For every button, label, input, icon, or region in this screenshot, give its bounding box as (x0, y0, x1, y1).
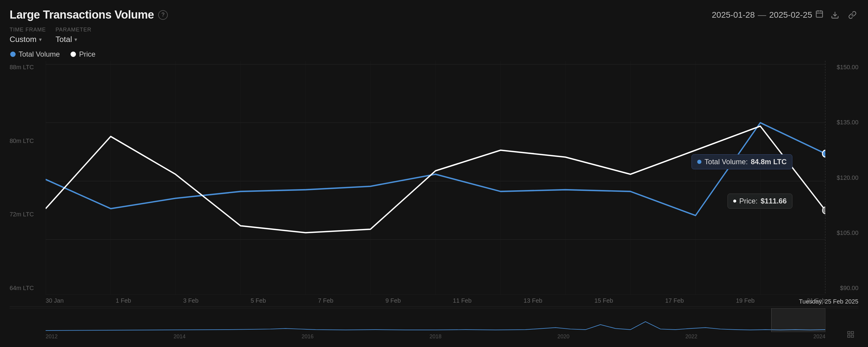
tooltip-total-label: Total Volume: (705, 158, 748, 166)
tooltip-total-dot (697, 160, 702, 164)
svg-point-23 (823, 150, 826, 157)
time-frame-value: Custom (10, 35, 37, 44)
legend-dot-blue (10, 51, 16, 57)
y-label-64: 64m LTC (10, 285, 45, 291)
parameter-dropdown[interactable]: Total ▾ (56, 34, 92, 45)
parameter-label: PARAMETER (56, 27, 92, 33)
legend-total-volume: Total Volume (10, 50, 60, 59)
time-frame-chevron-icon: ▾ (39, 36, 42, 43)
main-chart-svg (45, 61, 826, 294)
date-end: 2025-02-25 (769, 10, 812, 20)
controls: TIME FRAME Custom ▾ PARAMETER Total ▾ (10, 27, 858, 45)
time-frame-dropdown[interactable]: Custom ▾ (10, 34, 46, 45)
legend-price-label: Price (79, 50, 95, 59)
y-label-90: $90.00 (826, 285, 858, 291)
svg-rect-27 (771, 308, 826, 332)
header-right: 2025-01-28 — 2025-02-25 (712, 9, 858, 21)
date-dash: — (758, 10, 766, 20)
info-icon[interactable]: ? (158, 10, 168, 20)
y-label-88: 88m LTC (10, 64, 45, 71)
x-label-11feb: 11 Feb (453, 297, 471, 304)
y-label-150: $150.00 (826, 64, 858, 71)
y-axis-right: $150.00 $135.00 $120.00 $105.00 $90.00 (826, 61, 858, 294)
parameter-chevron-icon: ▾ (74, 36, 77, 43)
tooltip-total-volume: Total Volume: 84.8m LTC (691, 154, 793, 169)
y-label-80: 80m LTC (10, 138, 45, 144)
y-label-120: $120.00 (826, 174, 858, 181)
chart-area: 88m LTC 80m LTC 72m LTC 64m LTC $150.00 … (10, 61, 858, 341)
parameter-control: PARAMETER Total ▾ (56, 27, 92, 45)
page-container: Large Transactions Volume ? 2025-01-28 —… (0, 0, 868, 347)
tooltip-total-value: 84.8m LTC (751, 158, 787, 166)
tooltip-price-value: $111.66 (761, 197, 787, 205)
mini-chart-svg-container (45, 308, 826, 332)
date-range: 2025-01-28 — 2025-02-25 (712, 9, 824, 20)
download-button[interactable] (829, 9, 841, 21)
mini-chart[interactable]: 2012 2014 2016 2018 2020 2022 2024 (10, 308, 858, 341)
y-label-135: $135.00 (826, 119, 858, 126)
svg-rect-29 (851, 332, 854, 334)
time-frame-label: TIME FRAME (10, 27, 46, 33)
legend-dot-white (70, 51, 76, 57)
calendar-icon[interactable] (815, 9, 824, 20)
header-left: Large Transactions Volume ? (10, 8, 168, 21)
tooltip-price: Price: $111.66 (727, 194, 793, 209)
mini-x-2014: 2014 (174, 334, 185, 340)
tooltip-price-label: Price: (739, 197, 757, 205)
svg-rect-30 (847, 335, 850, 338)
y-axis-left: 88m LTC 80m LTC 72m LTC 64m LTC (10, 61, 45, 294)
svg-rect-31 (851, 335, 854, 338)
header: Large Transactions Volume ? 2025-01-28 —… (10, 8, 858, 21)
mini-x-2018: 2018 (430, 334, 441, 340)
x-label-1feb: 1 Feb (116, 297, 131, 304)
tooltip-price-dot (733, 200, 736, 203)
time-frame-control: TIME FRAME Custom ▾ (10, 27, 46, 45)
legend: Total Volume Price (10, 50, 858, 59)
x-label-5feb: 5 Feb (251, 297, 266, 304)
legend-price: Price (70, 50, 95, 59)
svg-rect-28 (847, 332, 850, 334)
mini-chart-svg (45, 308, 826, 332)
legend-total-label: Total Volume (19, 50, 60, 59)
parameter-value: Total (56, 35, 72, 44)
main-chart[interactable]: 88m LTC 80m LTC 72m LTC 64m LTC $150.00 … (10, 61, 858, 307)
y-label-105: $105.00 (826, 230, 858, 236)
page-title: Large Transactions Volume (10, 8, 154, 21)
link-button[interactable] (846, 9, 858, 21)
mini-chart-icon[interactable] (846, 329, 856, 339)
x-label-7feb: 7 Feb (318, 297, 334, 304)
x-label-13feb: 13 Feb (524, 297, 542, 304)
x-label-30jan: 30 Jan (45, 297, 64, 304)
mini-x-2016: 2016 (302, 334, 314, 340)
date-start: 2025-01-28 (712, 10, 755, 20)
x-label-9feb: 9 Feb (385, 297, 401, 304)
mini-x-axis: 2012 2014 2016 2018 2020 2022 2024 (45, 332, 826, 341)
x-label-17feb: 17 Feb (665, 297, 684, 304)
mini-x-2020: 2020 (557, 334, 569, 340)
mini-x-2022: 2022 (685, 334, 698, 340)
x-label-19feb: 19 Feb (736, 297, 754, 304)
main-chart-svg-container (45, 61, 826, 294)
mini-x-2024: 2024 (813, 334, 826, 340)
y-label-72: 72m LTC (10, 211, 45, 218)
x-axis: 30 Jan 1 Feb 3 Feb 5 Feb 7 Feb 9 Feb 11 … (45, 294, 826, 307)
x-label-3feb: 3 Feb (183, 297, 198, 304)
x-label-15feb: 15 Feb (594, 297, 613, 304)
mini-x-2012: 2012 (45, 334, 58, 340)
hover-date-label: Tuesday, 25 Feb 2025 (799, 298, 858, 305)
svg-rect-0 (816, 11, 823, 18)
svg-rect-26 (45, 308, 826, 332)
